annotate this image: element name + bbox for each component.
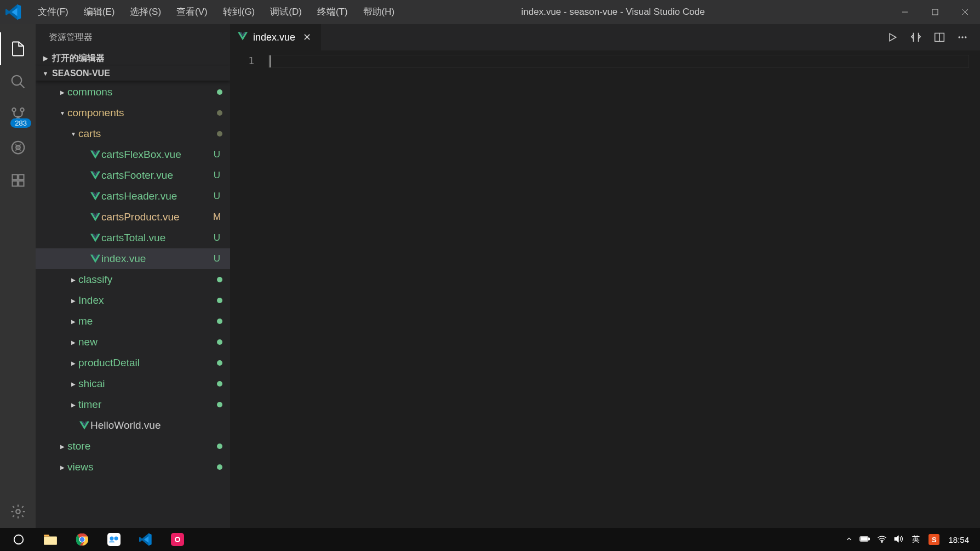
svg-point-23 <box>14 535 24 544</box>
open-editors-section[interactable]: 打开的编辑器 <box>36 50 230 66</box>
menu-select[interactable]: 选择(S) <box>122 0 169 24</box>
tree-folder-views[interactable]: views <box>36 457 230 478</box>
svg-rect-14 <box>12 181 17 186</box>
line-number: 1 <box>230 55 254 66</box>
svg-point-22 <box>965 36 966 38</box>
scm-badge: 283 <box>10 118 31 128</box>
menu-file[interactable]: 文件(F) <box>30 0 76 24</box>
tree-file-cartsproduct[interactable]: cartsProduct.vue M <box>36 207 230 228</box>
menu-view[interactable]: 查看(V) <box>169 0 215 24</box>
svg-rect-29 <box>107 533 121 546</box>
tree-folder-timer[interactable]: timer <box>36 394 230 415</box>
svg-point-31 <box>114 537 118 541</box>
taskbar-app1[interactable] <box>99 528 129 551</box>
tree-folder-indexcap[interactable]: Index <box>36 290 230 311</box>
tree-folder-new[interactable]: new <box>36 332 230 353</box>
svg-rect-36 <box>869 538 870 539</box>
split-editor-icon[interactable] <box>934 32 945 43</box>
tree-folder-productdetail[interactable]: productDetail <box>36 353 230 373</box>
taskbar-capture[interactable] <box>162 528 193 551</box>
menu-debug[interactable]: 调试(D) <box>262 0 310 24</box>
file-tree: commons components carts cartsFlexBox.vu… <box>36 81 230 528</box>
tree-folder-commons[interactable]: commons <box>36 82 230 103</box>
sogou-ime-icon[interactable]: S <box>929 534 939 545</box>
project-section[interactable]: SEASON-VUE <box>36 66 230 81</box>
menu-edit[interactable]: 编辑(E) <box>76 0 123 24</box>
tray-volume-icon[interactable] <box>893 535 903 545</box>
chevron-down-icon <box>41 70 50 77</box>
menu-help[interactable]: 帮助(H) <box>356 0 403 24</box>
chevron-right-icon <box>41 55 50 62</box>
tree-folder-classify[interactable]: classify <box>36 269 230 290</box>
more-actions-icon[interactable] <box>957 32 968 43</box>
code-area[interactable] <box>268 50 980 528</box>
menu-terminal[interactable]: 终端(T) <box>310 0 356 24</box>
svg-point-34 <box>176 538 179 541</box>
tray-battery-icon[interactable] <box>859 535 870 544</box>
svg-point-30 <box>110 537 114 541</box>
tree-folder-carts[interactable]: carts <box>36 123 230 144</box>
taskbar-explorer[interactable] <box>35 528 66 551</box>
svg-rect-1 <box>932 9 938 15</box>
svg-rect-12 <box>12 175 17 180</box>
taskbar-cortana[interactable] <box>3 528 34 551</box>
tree-file-cartsheader[interactable]: cartsHeader.vue U <box>36 186 230 207</box>
line-gutter: 1 <box>230 50 268 528</box>
activity-scm[interactable]: 283 <box>0 98 36 131</box>
window-controls <box>890 0 980 24</box>
editor-body[interactable]: 1 <box>230 50 980 528</box>
activity-search[interactable] <box>0 65 36 98</box>
vue-icon <box>89 150 101 159</box>
svg-point-16 <box>16 509 20 514</box>
svg-rect-24 <box>44 537 57 545</box>
editor-area: index.vue ✕ 1 <box>230 24 980 528</box>
compare-icon[interactable] <box>910 31 922 43</box>
tray-wifi-icon[interactable] <box>877 535 887 544</box>
text-caret <box>270 55 271 67</box>
svg-point-6 <box>12 108 15 111</box>
editor-actions <box>875 24 980 50</box>
tree-folder-me[interactable]: me <box>36 311 230 332</box>
svg-rect-15 <box>19 181 24 186</box>
tree-file-cartstotal[interactable]: cartsTotal.vue U <box>36 228 230 248</box>
vue-icon <box>89 171 101 180</box>
menu-goto[interactable]: 转到(G) <box>215 0 263 24</box>
activity-debug[interactable] <box>0 131 36 164</box>
close-button[interactable] <box>950 0 980 24</box>
tree-file-cartsflexbox[interactable]: cartsFlexBox.vue U <box>36 144 230 165</box>
current-line-highlight <box>268 55 969 68</box>
tree-folder-store[interactable]: store <box>36 436 230 457</box>
activity-settings[interactable] <box>0 495 36 528</box>
tree-file-helloworld[interactable]: HelloWorld.vue <box>36 415 230 436</box>
tab-bar: index.vue ✕ <box>230 24 980 50</box>
svg-rect-13 <box>19 175 24 180</box>
svg-point-38 <box>881 541 882 542</box>
vue-icon <box>238 32 248 43</box>
activity-extensions[interactable] <box>0 164 36 197</box>
tree-folder-shicai[interactable]: shicai <box>36 373 230 394</box>
svg-marker-17 <box>890 33 896 41</box>
tab-label: index.vue <box>253 32 295 43</box>
ime-indicator[interactable]: 英 <box>912 535 920 544</box>
tab-index-vue[interactable]: index.vue ✕ <box>230 24 322 50</box>
activity-bar: 283 <box>0 24 36 528</box>
explorer-sidebar: 资源管理器 打开的编辑器 SEASON-VUE commons componen… <box>36 24 230 528</box>
activity-explorer[interactable] <box>0 32 36 65</box>
svg-point-20 <box>959 36 960 38</box>
taskbar-chrome[interactable] <box>67 528 98 551</box>
explorer-title: 资源管理器 <box>36 24 230 50</box>
menu-bar: 文件(F) 编辑(E) 选择(S) 查看(V) 转到(G) 调试(D) 终端(T… <box>30 0 402 24</box>
taskbar-vscode[interactable] <box>130 528 161 551</box>
tray-chevron-icon[interactable] <box>845 535 853 544</box>
maximize-button[interactable] <box>920 0 950 24</box>
title-bar: 文件(F) 编辑(E) 选择(S) 查看(V) 转到(G) 调试(D) 终端(T… <box>0 0 980 24</box>
close-tab-icon[interactable]: ✕ <box>301 31 313 43</box>
tree-file-cartsfooter[interactable]: cartsFooter.vue U <box>36 165 230 186</box>
tree-folder-components[interactable]: components <box>36 103 230 123</box>
vue-icon <box>89 254 101 263</box>
run-icon[interactable] <box>887 32 898 43</box>
clock[interactable]: 18:54 <box>948 535 969 544</box>
tree-file-index[interactable]: index.vue U <box>36 248 230 269</box>
svg-rect-37 <box>861 537 868 540</box>
minimize-button[interactable] <box>890 0 920 24</box>
